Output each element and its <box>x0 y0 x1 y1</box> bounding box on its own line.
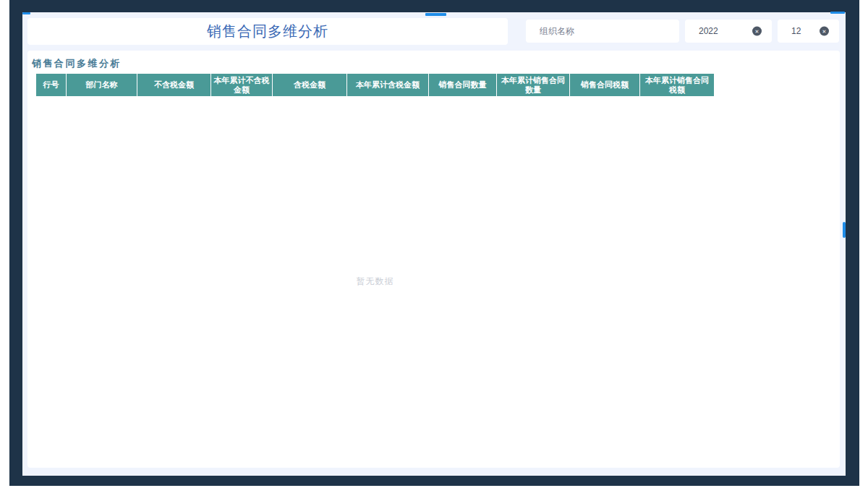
org-name-field <box>526 20 679 43</box>
title-bar: 销售合同多维分析 <box>27 18 508 45</box>
column-header: 本年累计销售合同数量 <box>497 74 570 96</box>
year-clear-icon[interactable]: ✕ <box>752 27 762 36</box>
accent-bar-right <box>830 12 845 14</box>
column-header: 本年累计不含税金额 <box>211 74 273 96</box>
month-clear-icon[interactable]: ✕ <box>820 27 829 36</box>
column-header: 销售合同税额 <box>570 74 640 96</box>
report-card: 销售合同多维分析 行号部门名称不含税金额本年累计不含税金额含税金额本年累计含税金… <box>27 51 840 468</box>
year-field: ✕ <box>685 20 772 43</box>
column-header: 行号 <box>36 74 67 96</box>
section-title: 销售合同多维分析 <box>32 57 840 70</box>
accent-bar-left <box>22 12 30 14</box>
column-header: 含税金额 <box>273 74 347 96</box>
table-empty-state: 暂无数据 <box>36 96 714 467</box>
vertical-scrollbar-thumb[interactable] <box>843 222 846 238</box>
org-name-input[interactable] <box>526 20 679 43</box>
column-header: 本年累计销售合同税额 <box>640 74 714 96</box>
report-table: 行号部门名称不含税金额本年累计不含税金额含税金额本年累计含税金额销售合同数量本年… <box>36 74 714 467</box>
empty-state-text: 暂无数据 <box>357 275 394 288</box>
column-header: 本年累计含税金额 <box>347 74 429 96</box>
page-root: 销售合同多维分析 ✕ ✕ 销售合同多维分析 行号部门名称不含税金额本年累计不含税… <box>0 0 868 488</box>
accent-bar-middle <box>425 13 446 16</box>
column-header: 销售合同数量 <box>429 74 497 96</box>
table-header-row: 行号部门名称不含税金额本年累计不含税金额含税金额本年累计含税金额销售合同数量本年… <box>36 74 714 96</box>
month-input[interactable] <box>778 20 839 43</box>
month-field: ✕ <box>778 20 839 43</box>
page-title: 销售合同多维分析 <box>207 22 328 41</box>
column-header: 部门名称 <box>67 74 137 96</box>
column-header: 不含税金额 <box>137 74 211 96</box>
